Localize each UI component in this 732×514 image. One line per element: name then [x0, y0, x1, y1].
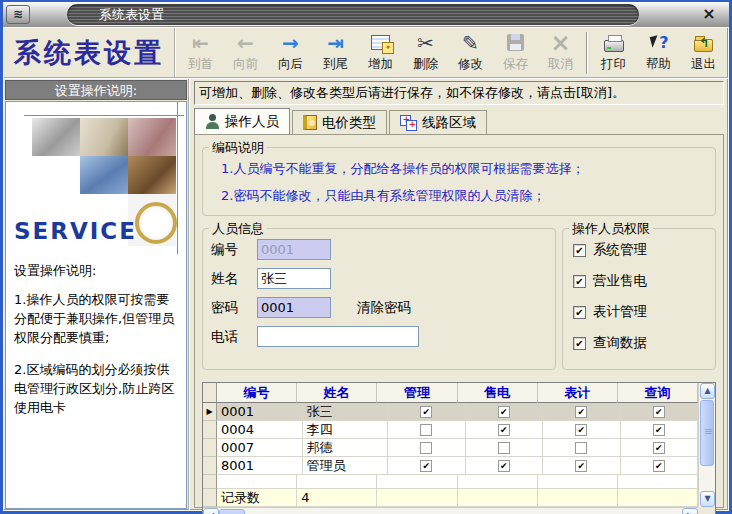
name-field[interactable]	[257, 268, 331, 289]
grid-checkbox[interactable]: ✔	[575, 406, 587, 418]
next-record-button[interactable]: → 向后	[268, 29, 313, 76]
close-icon[interactable]: ×	[697, 4, 721, 24]
tab-bar: 操作人员 电价类型 线路区域	[194, 108, 724, 134]
grid-checkbox[interactable]: ✔	[575, 424, 587, 436]
info-bar: 可增加、删除、修改各类型后请进行保存，如不保存修改，请点击[取消]。	[194, 81, 724, 105]
add-button[interactable]: 增加	[358, 29, 403, 76]
checkbox-icon[interactable]: ✔	[573, 244, 586, 257]
operator-rights-group: 操作人员权限 ✔ 系统管理 ✔ 营业售电 ✔ 表计管理	[562, 228, 716, 370]
checkbox-query-data[interactable]: ✔ 查询数据	[573, 334, 705, 352]
column-header-sales[interactable]: 售电	[458, 383, 538, 403]
name-label: 姓名	[211, 270, 257, 288]
code-field	[257, 239, 331, 260]
coding-note: 1.人员编号不能重复，分配给各操作员的权限可根据需要选择；	[221, 160, 707, 178]
grid-checkbox[interactable]: ✔	[420, 406, 432, 418]
tab-price-types[interactable]: 电价类型	[292, 110, 387, 134]
grid-checkbox[interactable]	[420, 442, 432, 454]
stapler-photo	[32, 118, 80, 156]
password-field[interactable]	[257, 297, 331, 318]
exit-icon	[694, 39, 713, 52]
tab-operators[interactable]: 操作人员	[194, 108, 290, 134]
book-icon	[303, 115, 317, 130]
service-collage-image: SERVICE	[6, 102, 186, 254]
checkbox-icon[interactable]: ✔	[573, 306, 586, 319]
delete-button[interactable]: ✂ 删除	[403, 29, 448, 76]
previous-record-button[interactable]: ← 向前	[223, 29, 268, 76]
cancel-button[interactable]: × 取消	[538, 29, 583, 76]
save-button[interactable]: 保存	[493, 29, 538, 76]
phone-field[interactable]	[257, 326, 419, 347]
checkbox-sales[interactable]: ✔ 营业售电	[573, 272, 705, 290]
scroll-down-icon[interactable]: ▼	[700, 491, 715, 507]
first-record-button[interactable]: ⇤ 到首	[178, 29, 223, 76]
scroll-left-icon[interactable]: ◀	[203, 508, 219, 514]
coding-note: 2.密码不能修改，只能由具有系统管理权限的人员清除；	[221, 187, 707, 205]
tab-line-areas[interactable]: 线路区域	[389, 110, 487, 134]
scroll-right-icon[interactable]: ▶	[682, 508, 698, 514]
checkbox-meter-mgmt[interactable]: ✔ 表计管理	[573, 303, 705, 321]
horizontal-scrollbar[interactable]: ◀ ▶	[203, 507, 698, 514]
checkbox-system-admin[interactable]: ✔ 系统管理	[573, 241, 705, 259]
table-row[interactable]: ▶ 0001 张三 ✔ ✔ ✔ ✔	[203, 403, 698, 421]
application-window: ≋ 系统表设置 × 系统表设置 ⇤ 到首 ← 向前 → 向后	[0, 0, 732, 514]
pen-photo	[80, 118, 128, 156]
grid-checkbox[interactable]: ✔	[498, 406, 510, 418]
titlebar: ≋ 系统表设置 ×	[3, 2, 729, 27]
grid-checkbox[interactable]	[575, 442, 587, 454]
delete-icon: ✂	[417, 31, 434, 55]
first-record-icon: ⇤	[192, 31, 209, 55]
last-record-button[interactable]: ⇥ 到尾	[313, 29, 358, 76]
phone-label: 电话	[211, 328, 257, 346]
cancel-icon: ×	[550, 29, 570, 57]
help-button[interactable]: 帮助	[636, 29, 681, 76]
column-header-admin[interactable]: 管理	[377, 383, 457, 403]
column-header-meter[interactable]: 表计	[538, 383, 618, 403]
checkbox-icon[interactable]: ✔	[573, 337, 586, 350]
edit-button[interactable]: ✎ 修改	[448, 29, 493, 76]
grid-checkbox[interactable]	[498, 442, 510, 454]
table-row[interactable]: 0004 李四 ✔ ✔ ✔	[203, 421, 698, 439]
vertical-scrollbar[interactable]: ▲ ▼	[698, 383, 715, 507]
password-label: 密码	[211, 299, 257, 317]
exit-button[interactable]: 退出	[681, 29, 726, 76]
print-button[interactable]: 打印	[591, 29, 636, 76]
grid-checkbox[interactable]: ✔	[653, 424, 665, 436]
scrollbar-corner	[698, 507, 715, 514]
grid-checkbox[interactable]: ✔	[653, 460, 665, 472]
grid-checkbox[interactable]: ✔	[653, 406, 665, 418]
coding-notes-group: 编码说明 1.人员编号不能重复，分配给各操作员的权限可根据需要选择； 2.密码不…	[202, 147, 716, 216]
sidebar: 设置操作说明: SERVICE 设置操作说明:	[4, 79, 190, 510]
grid-checkbox[interactable]: ✔	[498, 424, 510, 436]
edit-icon: ✎	[462, 31, 479, 55]
horizontal-scroll-thumb[interactable]	[219, 509, 245, 514]
note-item: 1.操作人员的权限可按需要分配便于兼职操作,但管理员权限分配要慎重;	[14, 291, 178, 348]
grid-checkbox[interactable]: ✔	[420, 460, 432, 472]
vertical-scroll-thumb[interactable]	[700, 400, 714, 466]
add-icon	[371, 35, 390, 50]
print-icon	[604, 40, 624, 52]
group-title: 操作人员权限	[569, 220, 653, 238]
column-header-code[interactable]: 编号	[217, 383, 297, 403]
empty-row	[203, 475, 698, 489]
main-area: 可增加、删除、修改各类型后请进行保存，如不保存修改，请点击[取消]。 操作人员 …	[190, 79, 728, 510]
grid-checkbox[interactable]: ✔	[498, 460, 510, 472]
row-marker-icon: ▶	[203, 403, 217, 421]
scroll-up-icon[interactable]: ▲	[700, 383, 715, 399]
page-title: 系统表设置	[4, 28, 176, 77]
table-row[interactable]: 8001 管理员 ✔ ✔ ✔ ✔	[203, 457, 698, 475]
column-header-query[interactable]: 查询	[618, 383, 698, 403]
collage-guide-line	[24, 115, 184, 116]
checkbox-icon[interactable]: ✔	[573, 275, 586, 288]
collage-guide-line	[177, 102, 178, 254]
record-count-row: 记录数 4	[203, 489, 698, 507]
grid-checkbox[interactable]	[420, 424, 432, 436]
clear-password-label[interactable]: 清除密码	[357, 299, 411, 317]
help-icon	[648, 32, 670, 54]
table-row[interactable]: 0007 邦德 ✔	[203, 439, 698, 457]
column-header-name[interactable]: 姓名	[297, 383, 377, 403]
app-logo-icon: ≋	[6, 5, 30, 24]
grid-checkbox[interactable]: ✔	[575, 460, 587, 472]
service-text: SERVICE	[14, 218, 137, 244]
grid-checkbox[interactable]: ✔	[653, 442, 665, 454]
person-icon	[205, 114, 220, 129]
